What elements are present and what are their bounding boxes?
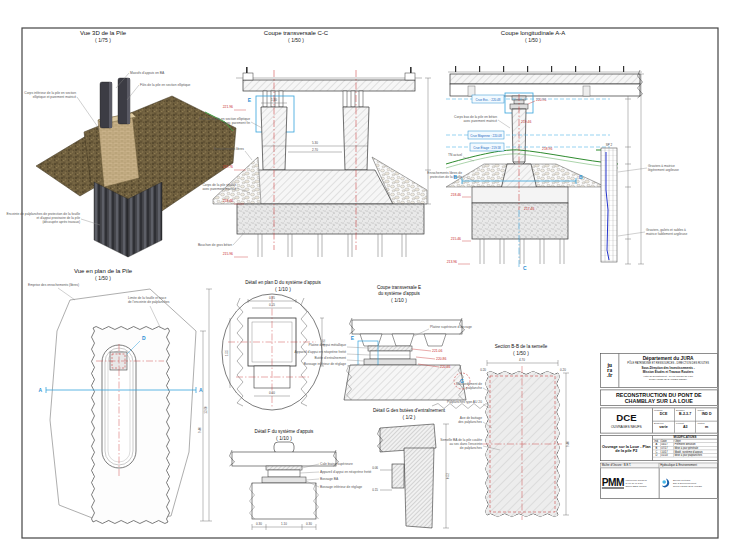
column-highlight	[109, 82, 112, 128]
annotation: palplanche	[466, 386, 482, 390]
grid-value: IND D	[697, 412, 715, 416]
view-title: Vue 3D de la Pile	[80, 30, 127, 36]
annotation: des palplanches	[458, 420, 482, 424]
boring-label: SP 2	[606, 143, 613, 147]
dim-label: 5.30	[312, 141, 318, 145]
dim-label: 0.52	[446, 473, 450, 479]
dim-label: 0.95	[269, 296, 275, 300]
annotation: Palplanches type AU 20	[447, 400, 482, 404]
annotation: Appareil d'appui en néoprène fretté	[320, 470, 372, 474]
project-title: RECONSTRUCTION DU PONT DE CHAMBLAY SUR L…	[600, 390, 718, 406]
dim-label: 0.30	[256, 522, 262, 526]
water-level-label: Crue Étiage : 219.58	[473, 145, 501, 150]
pmm-logo: PMM	[602, 478, 624, 489]
view-title: Coupe transversale C-C	[264, 30, 329, 36]
hydro-line: 39000 LONS-LE-SAUNIER	[673, 485, 702, 488]
deck-ribs	[360, 334, 446, 346]
drawing-title: Ouvrage sur la Loue - Plan de la pile P2	[601, 436, 653, 461]
footing-gros-beton	[237, 204, 424, 234]
annotation: de l'enceinte de palplanches	[128, 300, 170, 304]
department-line: PÔLE PATRIMOINE ET RESSOURCES - DIRECTIO…	[619, 362, 717, 365]
annotation: matrice faiblement argileuse	[646, 232, 687, 236]
dim-label: 1.55	[225, 350, 229, 356]
grid-value: m	[697, 425, 715, 429]
drawing-title-line: de la pile P2	[601, 448, 653, 452]
modification-row: D01/18Mise à jour palplanches	[653, 454, 717, 458]
diaphragm	[583, 86, 590, 96]
annotation: Massifs d'appuis en BA	[130, 71, 165, 75]
dim-label: 12.60	[204, 406, 208, 414]
neoprene-bearing	[268, 470, 300, 477]
grid-value: A3	[676, 425, 694, 429]
grid-value: DCE	[654, 412, 673, 416]
view-title: Vue en plan de la Pile	[74, 268, 133, 274]
bossage-ba	[262, 477, 306, 483]
department-name: Département du JURA	[619, 355, 717, 360]
elevation-label: 218.46	[451, 193, 461, 197]
elevation-label: 218.96	[542, 147, 552, 151]
annotation: Butée d'entraînement	[315, 356, 347, 360]
view-title: Détail F du système d'appuis	[255, 429, 315, 434]
section-letter: B	[579, 174, 583, 180]
elevation-label: 220.86	[436, 357, 446, 361]
annotation: Bossage inférieur de réglage	[304, 362, 346, 366]
footing-upper	[472, 187, 568, 203]
project-title-line: CHAMBLAY SUR LA LOUE	[601, 398, 717, 404]
bearing-cap	[274, 442, 294, 453]
view-scale: ( 1/75 )	[95, 37, 111, 43]
elevation-label: 215.46	[451, 237, 461, 241]
diaphragm	[468, 86, 475, 96]
annotation: (découpée après travaux)	[42, 220, 80, 224]
annotation: Bossage BA	[320, 477, 339, 481]
elevation-label: 220.96	[536, 98, 546, 102]
annotation: Platine d'appui métallique	[309, 343, 347, 347]
footing-gros-beton	[472, 203, 568, 239]
annotation: avec parement matricé	[463, 119, 497, 123]
annotation: avec parement fin	[224, 121, 250, 125]
annotation: TN actuel	[448, 153, 462, 157]
grid-value: B-2-3-7	[676, 412, 694, 416]
department-line: Mission Études et Travaux Routiers	[619, 370, 717, 374]
grid-value: varie	[654, 425, 673, 429]
title-block-header: ju ra .fr Département du JURA PÔLE PATRI…	[600, 353, 718, 388]
view-title: Coupe transversale E	[377, 285, 421, 290]
annotation: Appareil d'appui en néoprène fretté	[295, 350, 347, 354]
section-letter: B	[453, 174, 457, 180]
concrete-mass	[344, 365, 466, 400]
annotation: elliptique et parement matricé	[33, 95, 76, 99]
water-level-label: Crue Moyenne : 220.08	[470, 134, 502, 138]
cale-superieure	[266, 466, 302, 470]
view-scale: ( 1/50 )	[288, 37, 304, 43]
logo-text: .fr	[607, 373, 613, 378]
annotation: de palplanches	[460, 446, 483, 450]
view-scale: ( 1/10 )	[275, 286, 291, 292]
water-level-label: Crue Exc. : 220.48	[476, 98, 501, 102]
dim-label: 2.70	[312, 148, 318, 152]
view-scale: ( 1/50 )	[525, 37, 541, 43]
dim-label: 0.06	[372, 466, 378, 470]
modifications-block: Ouvrage sur la Loue - Plan de la pile P2…	[600, 435, 718, 461]
jura-logo: ju ra .fr	[601, 354, 620, 388]
barrier-post	[246, 67, 248, 73]
dim-label: 1.30	[271, 98, 277, 102]
bearing-top-plate	[368, 346, 412, 351]
elevation-label: 219.76	[223, 165, 233, 169]
moe-line: 25000 BESANÇON	[626, 485, 647, 488]
steel-stem	[404, 448, 434, 528]
annotation: Enrochements libres	[214, 147, 244, 151]
hydro-logo-icon	[660, 478, 671, 489]
view-title-2: du système d'appuis	[378, 291, 420, 296]
deck-slab	[450, 74, 640, 84]
section-letter: C	[523, 265, 527, 271]
phase-grid: DCE OUVRAGES NEUFS MissionDCE DossierB-2…	[600, 408, 718, 434]
annotation: avec parement matricé	[202, 187, 236, 191]
view-title: Détail en plan D du système d'appuis	[245, 280, 321, 285]
concrete-block	[252, 483, 316, 519]
dim-label: 0.20	[480, 368, 486, 372]
elevation-label: 218.46	[223, 199, 233, 203]
column-highlight	[127, 78, 130, 124]
dim-label: 9.40	[198, 427, 202, 433]
drive-lug	[392, 464, 404, 488]
elevation-label: 217.46	[524, 207, 534, 211]
view-scale: ( 1/10 )	[276, 435, 292, 441]
